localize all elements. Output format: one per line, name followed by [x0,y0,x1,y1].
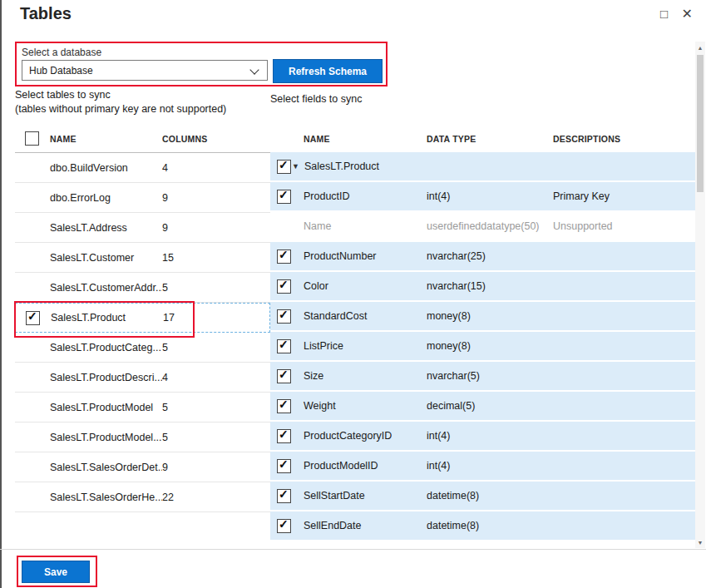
table-columns-count: 4 [162,162,270,174]
check-icon: ✓ [279,457,289,471]
refresh-schema-button[interactable]: Refresh Schema [273,59,383,83]
table-name: SalesLT.CustomerAddr... [50,282,162,294]
table-columns-count: 9 [162,222,270,234]
tables-header-name: NAME [50,134,162,144]
fields-header-descriptions: DESCRIPTIONS [553,134,695,144]
field-row[interactable]: ✓ ProductID int(4) Primary Key [270,182,695,212]
field-checkbox[interactable]: ✓ [277,399,291,413]
table-row[interactable]: SalesLT.Address 9 [15,213,270,243]
field-row[interactable]: ✓ ProductCategoryID int(4) [270,422,695,452]
tables-header-row: NAME COLUMNS [15,125,270,153]
field-name: SellStartDate [292,490,427,502]
table-name: SalesLT.ProductModel... [50,432,162,443]
field-name: Color [292,280,427,292]
table-columns-count: 15 [162,252,270,264]
field-checkbox[interactable]: ✓ [277,369,291,383]
check-icon: ✓ [279,517,289,531]
save-button[interactable]: Save [22,561,90,583]
table-name: dbo.BuildVersion [50,162,162,174]
table-columns-count: 5 [162,342,270,353]
field-checkbox[interactable]: ✓ [277,250,291,264]
tables-list: NAME COLUMNS dbo.BuildVersion 4 dbo.Erro… [15,125,270,512]
table-row[interactable]: SalesLT.Customer 15 [15,243,270,273]
database-dropdown[interactable]: Hub Database [22,60,268,81]
table-row[interactable]: dbo.ErrorLog 9 [15,183,270,213]
tables-heading-line1: Select tables to sync [15,88,226,102]
field-name: ListPrice [292,340,427,352]
field-row[interactable]: ✓ Size nvarchar(5) [270,362,695,392]
field-name: Weight [292,400,427,412]
field-row[interactable]: ✓ ProductModelID int(4) [270,452,695,482]
field-name: StandardCost [292,310,427,322]
field-row[interactable]: ✓ Color nvarchar(15) [270,272,695,302]
field-row[interactable]: ✓ ListPrice money(8) [270,332,695,362]
table-row-selected[interactable]: ✓ SalesLT.Product 17 [15,303,270,333]
tables-heading-line2: (tables without primary key are not supp… [15,102,226,116]
field-checkbox[interactable]: ✓ [277,160,291,174]
tables-heading: Select tables to sync (tables without pr… [15,88,226,116]
fields-header-row: NAME DATA TYPE DESCRIPTIONS [270,125,695,152]
table-columns-count: 17 [163,312,269,324]
row-checkbox[interactable]: ✓ [26,311,40,325]
table-columns-count: 9 [162,462,270,473]
fields-list: NAME DATA TYPE DESCRIPTIONS ✓ ▼SalesLT.P… [270,125,695,541]
fields-heading: Select fields to sync [270,93,362,105]
field-datatype: money(8) [427,310,553,322]
table-row[interactable]: SalesLT.ProductModel 5 [15,393,270,422]
field-row[interactable]: ✓ SellStartDate datetime(8) [270,482,695,511]
maximize-icon[interactable]: □ [660,7,668,20]
check-icon: ✓ [279,338,289,351]
field-checkbox[interactable]: ✓ [277,459,291,473]
fields-header-datatype: DATA TYPE [427,134,553,144]
field-checkbox[interactable]: ✓ [277,190,291,204]
table-columns-count: 9 [162,192,270,204]
field-checkbox[interactable]: ✓ [277,519,291,533]
field-name: ProductNumber [292,250,427,262]
field-checkbox[interactable]: ✓ [277,429,291,443]
table-row[interactable]: SalesLT.SalesOrderHe... 22 [15,482,270,512]
field-group-row[interactable]: ✓ ▼SalesLT.Product [270,152,695,182]
vertical-scrollbar[interactable]: ▲ ▼ [695,42,705,548]
field-name: ProductCategoryID [292,430,427,442]
field-checkbox[interactable]: ✓ [277,309,291,324]
collapse-triangle-icon[interactable]: ▼ [292,162,299,170]
field-checkbox[interactable]: ✓ [277,489,291,503]
table-columns-count: 22 [162,492,270,503]
table-name: SalesLT.SalesOrderDet... [50,462,162,473]
field-description: Unsupported [553,220,695,232]
field-name: Size [292,370,427,382]
table-row[interactable]: SalesLT.ProductDescri... 4 [15,363,270,393]
select-all-checkbox[interactable] [25,131,39,146]
scroll-up-icon[interactable]: ▲ [695,42,705,53]
close-icon[interactable]: ✕ [682,7,693,21]
field-name: SalesLT.Product [304,161,379,172]
table-row[interactable]: dbo.BuildVersion 4 [15,153,270,183]
check-icon: ✓ [27,309,37,323]
field-row[interactable]: ✓ ProductNumber nvarchar(25) [270,242,695,272]
table-row[interactable]: SalesLT.ProductCateg... 5 [15,333,270,363]
check-icon: ✓ [279,368,289,381]
field-datatype: nvarchar(5) [427,370,553,382]
table-columns-count: 4 [162,372,270,383]
field-datatype: datetime(8) [427,520,553,531]
table-row[interactable]: SalesLT.ProductModel... 5 [15,422,270,452]
field-checkbox[interactable]: ✓ [277,279,291,294]
field-checkbox[interactable]: ✓ [277,339,291,353]
footer-divider [0,549,706,550]
field-datatype: datetime(8) [427,490,553,502]
field-datatype: int(4) [427,430,553,442]
check-icon: ✓ [279,278,289,291]
scrollbar-thumb[interactable] [697,55,704,192]
field-row[interactable]: ✓ SellEndDate datetime(8) [270,511,695,541]
field-row[interactable]: ✓ StandardCost money(8) [270,302,695,332]
field-datatype: nvarchar(15) [427,280,553,292]
scroll-down-icon[interactable]: ▼ [695,536,705,548]
field-row[interactable]: ✓ Weight decimal(5) [270,392,695,422]
table-row[interactable]: SalesLT.SalesOrderDet... 9 [15,452,270,482]
field-datatype: int(4) [427,460,553,472]
table-columns-count: 5 [162,402,270,413]
check-icon: ✓ [279,308,289,321]
table-row[interactable]: SalesLT.CustomerAddr... 5 [15,273,270,303]
table-name: SalesLT.Customer [50,252,162,264]
check-icon: ✓ [279,248,289,261]
